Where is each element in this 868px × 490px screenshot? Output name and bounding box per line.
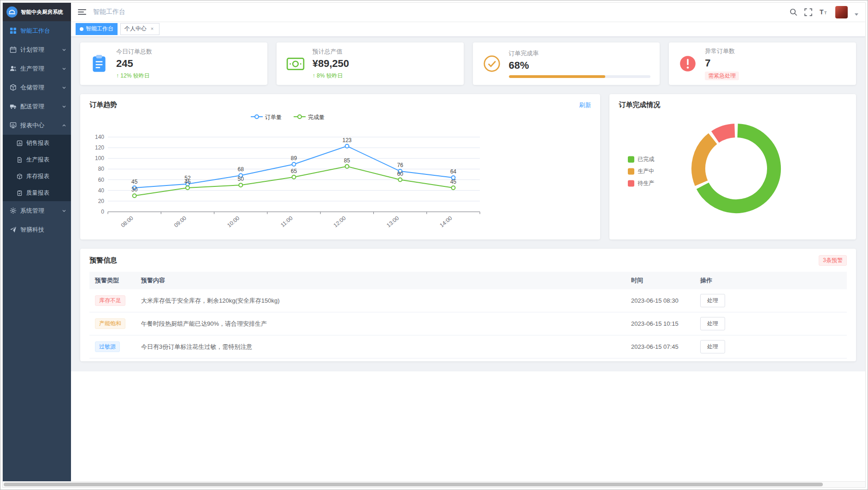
user-avatar[interactable] xyxy=(835,6,848,18)
sidebar-item-reports[interactable]: 报表中心 xyxy=(3,116,71,135)
users-icon xyxy=(10,65,17,72)
active-tag-dot xyxy=(80,27,83,31)
sidebar-item-production-report[interactable]: 生产报表 xyxy=(3,151,71,168)
sidebar: 智能中央厨房系统 智能工作台 计划管理 生产管理 xyxy=(3,3,71,481)
warning-type-cell: 库存不足 xyxy=(89,289,136,312)
handle-button[interactable]: 处理 xyxy=(700,317,725,330)
stat-trend: ↑ 8% 较昨日 xyxy=(313,72,455,80)
table-row: 过敏源 今日有3份订单标注花生过敏，需特别注意 2023-06-15 07:45… xyxy=(89,335,847,359)
search-icon[interactable] xyxy=(790,8,797,16)
svg-text:12:00: 12:00 xyxy=(332,215,347,228)
clipboard-check-icon xyxy=(17,190,23,196)
warning-count-badge: 3条预警 xyxy=(819,255,847,266)
sidebar-item-label: 报表中心 xyxy=(20,121,44,130)
tag-close-icon[interactable]: × xyxy=(149,26,155,32)
svg-text:T: T xyxy=(820,8,824,16)
stat-card-orders-today: 今日订单总数 245 ↑ 12% 较昨日 xyxy=(80,42,267,85)
warning-content-cell: 大米库存低于安全库存，剩余120kg(安全库存150kg) xyxy=(136,289,626,312)
warnings-table: 预警类型 预警内容 时间 操作 库存不足 大米库存低于安全库存，剩余120kg(… xyxy=(89,272,847,359)
legend-item-in-production[interactable]: 生产中 xyxy=(628,167,654,175)
sidebar-item-delivery[interactable]: 配送管理 xyxy=(3,97,71,116)
sidebar-item-zhishan-tech[interactable]: 智膳科技 xyxy=(3,220,71,239)
legend-label: 完成量 xyxy=(308,114,325,121)
logo-icon xyxy=(6,6,18,18)
document-icon xyxy=(17,157,23,163)
legend-label: 订单量 xyxy=(265,114,282,121)
breadcrumb: 智能工作台 xyxy=(93,8,125,16)
sidebar-toggle-icon[interactable] xyxy=(78,9,86,15)
tag-profile[interactable]: 个人中心 × xyxy=(120,23,159,35)
stat-urgent-tag: 需紧急处理 xyxy=(705,72,739,80)
warning-action-cell: 处理 xyxy=(695,312,847,335)
font-size-icon[interactable]: TT xyxy=(819,8,828,16)
svg-text:30: 30 xyxy=(131,186,138,193)
sidebar-item-label: 智膳科技 xyxy=(20,226,44,234)
legend-item-orders[interactable]: 订单量 xyxy=(251,114,282,121)
sidebar-item-sales-report[interactable]: 销售报表 xyxy=(3,135,71,151)
svg-text:14:00: 14:00 xyxy=(438,215,453,228)
column-header-type: 预警类型 xyxy=(89,272,136,289)
bar-chart-icon xyxy=(17,140,23,146)
sidebar-item-production[interactable]: 生产管理 xyxy=(3,59,71,78)
alert-icon xyxy=(678,54,697,73)
scrollbar-thumb[interactable] xyxy=(4,483,823,486)
svg-text:68: 68 xyxy=(238,166,244,173)
box-icon xyxy=(17,173,23,179)
chevron-down-icon xyxy=(62,85,66,90)
sidebar-item-plan[interactable]: 计划管理 xyxy=(3,40,71,59)
app-frame: 智能中央厨房系统 智能工作台 计划管理 生产管理 xyxy=(2,2,866,488)
svg-text:60: 60 xyxy=(98,177,105,183)
warning-type-tag: 产能饱和 xyxy=(95,318,125,329)
svg-text:80: 80 xyxy=(98,166,105,172)
main-content: 今日订单总数 245 ↑ 12% 较昨日 预计总产值 ¥89,2 xyxy=(71,37,865,481)
truck-icon xyxy=(10,103,17,110)
svg-text:09:00: 09:00 xyxy=(173,215,188,228)
column-header-content: 预警内容 xyxy=(136,272,626,289)
legend-label: 已完成 xyxy=(638,155,654,163)
completion-progress-track xyxy=(509,75,651,78)
sidebar-item-label: 智能工作台 xyxy=(20,27,50,35)
refresh-button[interactable]: 刷新 xyxy=(579,101,591,109)
sidebar-item-workbench[interactable]: 智能工作台 xyxy=(3,21,71,40)
legend-swatch xyxy=(628,168,634,174)
sidebar-item-label: 仓储管理 xyxy=(20,84,44,92)
tag-workbench[interactable]: 智能工作台 xyxy=(76,23,118,35)
handle-button[interactable]: 处理 xyxy=(700,294,725,307)
order-trend-line-chart: 02040608010012014008:0009:0010:0011:0012… xyxy=(89,122,486,235)
tags-view-bar: 智能工作台 个人中心 × xyxy=(71,21,865,37)
box-icon xyxy=(10,84,17,91)
stat-title: 异常订单数 xyxy=(705,47,847,55)
table-header-row: 预警类型 预警内容 时间 操作 xyxy=(89,272,847,289)
svg-text:85: 85 xyxy=(344,157,350,164)
warning-time-cell: 2023-06-15 07:45 xyxy=(626,335,695,359)
warning-type-tag: 库存不足 xyxy=(95,295,125,306)
legend-item-completed[interactable]: 完成量 xyxy=(294,114,325,121)
sidebar-item-warehouse[interactable]: 仓储管理 xyxy=(3,78,71,97)
reports-submenu: 销售报表 生产报表 库存报表 xyxy=(3,135,71,201)
stat-cards-row: 今日订单总数 245 ↑ 12% 较昨日 预计总产值 ¥89,2 xyxy=(80,42,856,85)
sidebar-item-quality-report[interactable]: 质量报表 xyxy=(3,185,71,201)
legend-marker xyxy=(251,114,263,121)
svg-text:08:00: 08:00 xyxy=(120,215,135,228)
clipboard-icon xyxy=(89,54,109,73)
svg-text:45: 45 xyxy=(450,179,457,185)
sidebar-item-inventory-report[interactable]: 库存报表 xyxy=(3,168,71,185)
legend-item-done[interactable]: 已完成 xyxy=(628,155,654,163)
svg-text:76: 76 xyxy=(397,162,403,168)
paper-plane-icon xyxy=(10,226,17,233)
sidebar-item-system[interactable]: 系统管理 xyxy=(3,201,71,220)
stat-title: 预计总产值 xyxy=(313,48,455,56)
svg-text:45: 45 xyxy=(131,179,138,185)
stat-title: 今日订单总数 xyxy=(116,48,258,56)
warning-time-cell: 2023-06-15 08:30 xyxy=(626,289,695,312)
warning-time-cell: 2023-06-15 10:15 xyxy=(626,312,695,335)
stat-value: 245 xyxy=(116,58,258,69)
avatar-dropdown-caret-icon[interactable] xyxy=(855,13,858,16)
legend-item-pending[interactable]: 待生产 xyxy=(628,179,654,187)
fullscreen-icon[interactable] xyxy=(804,8,812,16)
warning-content-cell: 午餐时段热厨组产能已达90%，请合理安排生产 xyxy=(136,312,626,335)
sidebar-item-label: 配送管理 xyxy=(20,102,44,111)
stat-value: ¥89,250 xyxy=(313,58,455,69)
stat-trend: ↑ 12% 较昨日 xyxy=(116,72,258,80)
handle-button[interactable]: 处理 xyxy=(700,340,725,353)
